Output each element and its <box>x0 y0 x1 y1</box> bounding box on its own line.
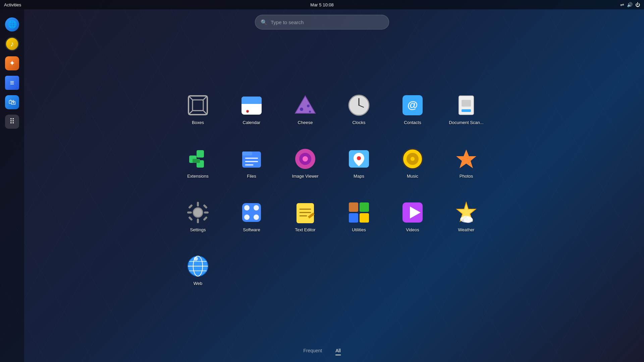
music-icon <box>400 147 425 171</box>
search-input[interactable] <box>271 19 383 25</box>
app-item-contacts[interactable]: @Contacts <box>386 82 439 136</box>
svg-rect-27 <box>193 159 200 163</box>
app-item-utilities[interactable]: Utilities <box>332 189 386 243</box>
extensions-label: Extensions <box>187 174 209 179</box>
app-item-software[interactable]: Software <box>225 189 278 243</box>
settings-icon <box>186 200 210 225</box>
clock-display: Mar 5 10:08 <box>310 2 333 7</box>
svg-rect-47 <box>188 204 193 208</box>
svg-rect-1 <box>193 100 203 111</box>
app-item-web[interactable]: Web <box>171 243 225 297</box>
sidebar-item-photos[interactable]: ✦ <box>4 55 20 72</box>
svg-point-76 <box>194 257 198 261</box>
activities-button[interactable]: Activities <box>4 2 21 7</box>
app-item-boxes[interactable]: Boxes <box>171 82 225 136</box>
contacts-icon: @ <box>400 93 425 117</box>
app-item-imageviewer[interactable]: Image Viewer <box>278 136 332 189</box>
sidebar-item-web[interactable]: 🌐 <box>4 16 20 33</box>
sidebar-item-store[interactable]: 🛍 <box>4 94 20 111</box>
extensions-icon <box>186 147 210 171</box>
weather-label: Weather <box>458 227 475 232</box>
maps-label: Maps <box>354 174 364 179</box>
svg-point-55 <box>254 215 259 220</box>
web-icon: 🌐 <box>5 17 19 32</box>
apps-icon: ⠿ <box>5 115 19 129</box>
boxes-icon <box>186 93 210 117</box>
texteditor-icon <box>293 200 317 225</box>
svg-rect-62 <box>360 202 369 212</box>
software-label: Software <box>243 227 260 232</box>
svg-point-69 <box>464 217 473 223</box>
svg-rect-45 <box>187 212 192 214</box>
power-icon[interactable]: ⏻ <box>635 2 640 7</box>
app-item-weather[interactable]: Weather <box>439 189 493 243</box>
calendar-icon: 5 <box>239 93 264 117</box>
app-item-videos[interactable]: Videos <box>386 189 439 243</box>
svg-rect-63 <box>349 213 358 223</box>
files-icon <box>239 147 264 171</box>
app-item-photos[interactable]: Photos <box>439 136 493 189</box>
svg-rect-56 <box>297 203 314 223</box>
svg-point-40 <box>411 157 415 161</box>
svg-rect-44 <box>197 219 199 223</box>
app-item-texteditor[interactable]: Text Editor <box>278 189 332 243</box>
svg-text:5: 5 <box>247 110 249 113</box>
imageviewer-icon <box>293 147 317 171</box>
app-item-cheese[interactable]: Cheese <box>278 82 332 136</box>
svg-point-42 <box>193 208 203 217</box>
photos-label: Photos <box>460 174 473 179</box>
search-bar[interactable]: 🔍 <box>255 15 389 29</box>
cheese-label: Cheese <box>298 120 313 125</box>
app-item-docscan[interactable]: Document Scan... <box>439 82 493 136</box>
docscan-icon <box>454 93 478 117</box>
utilities-icon <box>347 200 371 225</box>
svg-rect-23 <box>462 100 471 107</box>
search-container: 🔍 <box>255 15 389 29</box>
app-item-clocks[interactable]: Clocks <box>332 82 386 136</box>
svg-point-37 <box>357 156 361 160</box>
search-icon: 🔍 <box>261 19 267 25</box>
tab-all[interactable]: All <box>335 348 341 355</box>
settings-label: Settings <box>190 227 206 232</box>
sidebar-item-music[interactable]: ♪ <box>4 36 20 52</box>
svg-rect-29 <box>242 152 252 156</box>
music-label: Music <box>407 174 418 179</box>
topbar-right-icons: ⇌ 🔊 ⏻ <box>620 2 640 7</box>
app-item-maps[interactable]: Maps <box>332 136 386 189</box>
notes-icon: ≡ <box>5 76 19 90</box>
svg-rect-49 <box>188 216 193 221</box>
app-item-settings[interactable]: Settings <box>171 189 225 243</box>
files-label: Files <box>247 174 256 179</box>
app-grid-container: Boxes5CalendarCheeseClocks@ContactsDocum… <box>27 37 637 342</box>
contacts-label: Contacts <box>404 120 421 125</box>
svg-rect-64 <box>360 213 369 223</box>
app-item-files[interactable]: Files <box>225 136 278 189</box>
clocks-icon <box>347 93 371 117</box>
photos-icon: ✦ <box>5 56 19 70</box>
svg-rect-43 <box>197 202 199 206</box>
videos-icon <box>400 200 425 225</box>
boxes-label: Boxes <box>192 120 204 125</box>
imageviewer-label: Image Viewer <box>292 174 318 179</box>
app-item-calendar[interactable]: 5Calendar <box>225 82 278 136</box>
svg-point-53 <box>254 205 259 210</box>
app-item-music[interactable]: Music <box>386 136 439 189</box>
music-icon: ♪ <box>5 37 19 51</box>
svg-rect-48 <box>203 204 208 208</box>
svg-point-13 <box>300 108 303 111</box>
svg-marker-41 <box>456 149 476 168</box>
bottom-tabs: FrequentAll <box>303 348 341 355</box>
app-grid: Boxes5CalendarCheeseClocks@ContactsDocum… <box>171 82 493 297</box>
svg-point-14 <box>307 105 310 107</box>
web-label: Web <box>194 281 203 286</box>
sidebar-item-apps[interactable]: ⠿ <box>4 113 20 130</box>
svg-point-54 <box>244 215 250 220</box>
tab-frequent[interactable]: Frequent <box>303 348 322 355</box>
videos-label: Videos <box>406 227 419 232</box>
sidebar-item-notes[interactable]: ≡ <box>4 74 20 91</box>
app-item-extensions[interactable]: Extensions <box>171 136 225 189</box>
svg-rect-25 <box>197 150 204 158</box>
svg-rect-22 <box>462 109 471 112</box>
calendar-label: Calendar <box>243 120 261 125</box>
svg-rect-50 <box>203 216 208 221</box>
